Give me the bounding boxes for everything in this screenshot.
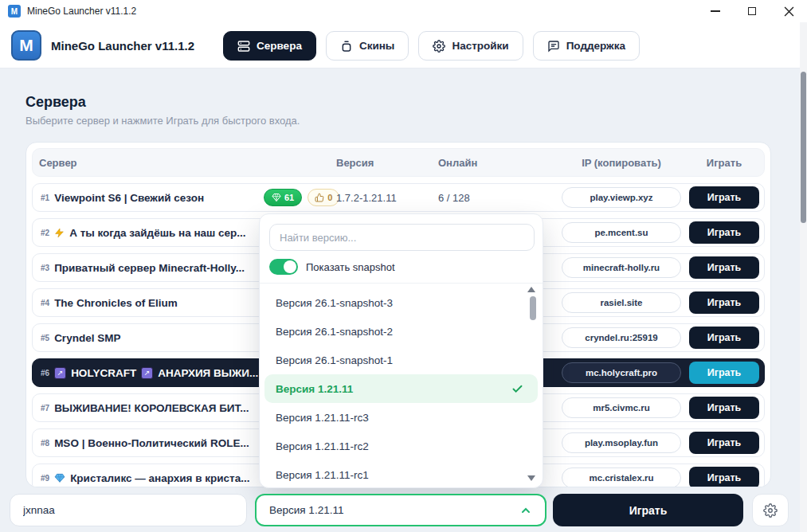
settings-button[interactable] [752, 494, 789, 526]
arrow-badge-icon: ↗ [54, 367, 66, 379]
toggle-knob-icon [284, 260, 296, 273]
server-online: 6 / 128 [438, 184, 470, 211]
col-play: Играть [689, 157, 759, 169]
col-ip: IP (копировать) [542, 157, 701, 169]
close-button[interactable] [770, 0, 807, 22]
server-rank: #1 [41, 194, 49, 202]
snapshot-toggle[interactable] [269, 259, 298, 275]
server-name: Приватный сервер Minecraft-Holly... [54, 262, 245, 274]
lightning-icon [54, 228, 65, 238]
server-rank: #2 [41, 229, 49, 237]
page-title: Сервера [25, 94, 86, 111]
maximize-button[interactable] [734, 0, 770, 22]
play-button[interactable]: Играть [553, 494, 743, 526]
ip-copy-button[interactable]: mc.cristalex.ru [562, 467, 681, 487]
ip-copy-button[interactable]: minecraft-holly.ru [562, 257, 681, 278]
chevron-up-icon [519, 504, 532, 517]
row-play-button[interactable]: Играть [689, 432, 759, 454]
app-logo: M [11, 30, 41, 61]
col-online: Онлайн [438, 157, 477, 169]
scroll-up-icon[interactable] [527, 287, 535, 292]
main-nav: Сервера Скины Настройки Поддержка [223, 31, 640, 61]
server-name: Кристаликс — анархия в криста... [70, 472, 249, 484]
server-name: HOLYCRAFT [71, 367, 136, 379]
server-badges: 61 0 [264, 184, 339, 211]
nav-tab-skins[interactable]: Скины [326, 31, 409, 61]
like-count: 0 [327, 193, 332, 202]
like-badge: 0 [308, 189, 339, 206]
row-play-button[interactable]: Играть [689, 467, 759, 487]
app-window: M MineGo Launcher v11.1.2 M MineGo Launc… [0, 0, 807, 532]
row-play-button[interactable]: Играть [689, 186, 759, 209]
ip-copy-button[interactable]: pe.mcent.su [562, 222, 681, 243]
version-option[interactable]: Версия 1.21.11-rc2 [264, 432, 538, 460]
window-scrollbar-thumb[interactable] [801, 72, 806, 223]
col-server: Сервер [39, 157, 77, 169]
row-play-button[interactable]: Играть [689, 221, 759, 244]
server-name: АНАРХИЯ ВЫЖИ... [158, 367, 258, 379]
server-rank: #4 [41, 299, 49, 307]
nav-label: Настройки [452, 40, 508, 52]
ip-copy-button[interactable]: play.viewp.xyz [562, 187, 681, 208]
bottom-bar: Версия 1.21.11 Играть [0, 492, 807, 532]
nav-tab-support[interactable]: Поддержка [533, 31, 640, 61]
scroll-down-icon[interactable] [527, 475, 535, 481]
server-name: The Chronicles of Elium [54, 297, 178, 309]
version-search-input[interactable] [269, 224, 535, 251]
row-play-button[interactable]: Играть [689, 362, 759, 384]
version-dropdown-panel: Показать snapshot Версия 26.1-snapshot-3… [259, 213, 543, 488]
version-option[interactable]: Версия 26.1-snapshot-2 [264, 317, 538, 346]
window-controls [697, 0, 807, 22]
version-option-selected[interactable]: Версия 1.21.11 [264, 374, 538, 403]
skins-icon [340, 40, 353, 53]
ip-copy-button[interactable]: cryndel.ru:25919 [562, 327, 681, 348]
app-icon: M [8, 5, 21, 18]
table-row[interactable]: #1 Viewpoint S6 | Свежий сезон 61 0 1.7.… [32, 183, 765, 212]
titlebar: M MineGo Launcher v11.1.2 [0, 0, 807, 22]
server-rank: #7 [41, 404, 49, 413]
gem-count: 61 [284, 193, 294, 202]
arrow-badge-icon: ↗ [141, 367, 153, 379]
version-option-label: Версия 1.21.11 [276, 383, 353, 395]
nav-tab-settings[interactable]: Настройки [418, 31, 523, 61]
version-select[interactable]: Версия 1.21.11 [255, 494, 546, 526]
gem-badge: 61 [264, 189, 302, 206]
nav-tab-servers[interactable]: Сервера [223, 31, 316, 61]
version-select-value: Версия 1.21.11 [269, 504, 343, 516]
close-icon [784, 6, 794, 17]
support-icon [547, 40, 560, 53]
version-option[interactable]: Версия 26.1-snapshot-3 [264, 288, 538, 317]
check-icon [511, 383, 523, 395]
version-option[interactable]: Версия 1.21.11-rc3 [264, 403, 538, 432]
gear-icon [763, 503, 778, 518]
row-play-button[interactable]: Играть [689, 327, 759, 349]
username-input[interactable] [10, 494, 247, 526]
ip-copy-button[interactable]: mr5.civmc.ru [562, 397, 681, 418]
row-play-button[interactable]: Играть [689, 291, 759, 314]
row-play-button[interactable]: Играть [689, 397, 759, 419]
app-title: MineGo Launcher v11.1.2 [51, 22, 194, 68]
maximize-icon [748, 7, 756, 15]
server-name: MSO | Военно-Политический ROLE... [54, 437, 249, 449]
server-rank: #6 [41, 369, 49, 377]
dropdown-scrollbar-thumb[interactable] [530, 296, 536, 320]
server-name: ВЫЖИВАНИЕ! КОРОЛЕВСКАЯ БИТ... [54, 402, 249, 414]
window-scrollbar[interactable] [800, 22, 807, 532]
gem-icon [272, 193, 281, 202]
server-rank: #9 [41, 474, 49, 483]
gear-icon [433, 40, 445, 53]
window-title: MineGo Launcher v11.1.2 [27, 6, 136, 17]
server-name: А ты когда зайдёшь на наш сер... [69, 227, 245, 239]
snapshot-toggle-row: Показать snapshot [269, 259, 533, 275]
ip-copy-button[interactable]: play.msoplay.fun [562, 432, 681, 453]
minimize-button[interactable] [697, 0, 734, 22]
col-version: Версия [336, 157, 374, 169]
version-list: Версия 26.1-snapshot-3 Версия 26.1-snaps… [260, 284, 543, 488]
ip-copy-button[interactable]: rasiel.site [562, 292, 681, 313]
version-option[interactable]: Версия 26.1-snapshot-1 [264, 346, 538, 374]
version-option[interactable]: Версия 1.21.11-rc1 [264, 460, 538, 488]
ip-copy-button[interactable]: mc.holycraft.pro [562, 362, 681, 383]
nav-label: Поддержка [566, 40, 625, 52]
row-play-button[interactable]: Играть [689, 256, 759, 279]
nav-label: Скины [359, 40, 395, 52]
